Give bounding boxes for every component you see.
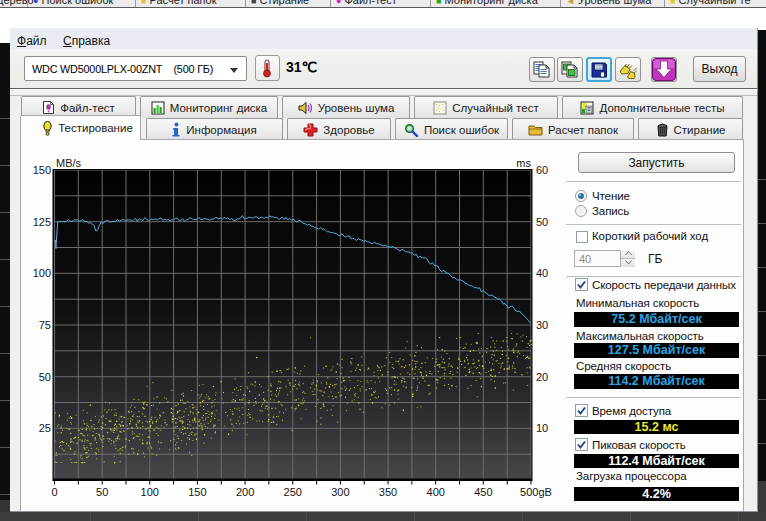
svg-text:40: 40 xyxy=(536,267,548,279)
svg-text:0: 0 xyxy=(51,486,57,498)
svg-text:100: 100 xyxy=(33,267,51,279)
svg-text:250: 250 xyxy=(284,486,302,498)
svg-text:20: 20 xyxy=(536,371,548,383)
svg-text:450: 450 xyxy=(474,486,492,498)
svg-text:75: 75 xyxy=(39,319,51,331)
svg-text:25: 25 xyxy=(39,422,51,434)
svg-text:300: 300 xyxy=(331,486,349,498)
svg-text:60: 60 xyxy=(536,164,548,176)
svg-text:MB/s: MB/s xyxy=(56,157,82,169)
svg-text:125: 125 xyxy=(33,216,51,228)
svg-text:50: 50 xyxy=(96,486,108,498)
svg-text:30: 30 xyxy=(536,319,548,331)
svg-text:ms: ms xyxy=(516,157,531,169)
svg-text:350: 350 xyxy=(379,486,397,498)
svg-text:500gB: 500gB xyxy=(520,486,552,498)
svg-text:150: 150 xyxy=(33,164,51,176)
svg-text:50: 50 xyxy=(536,216,548,228)
svg-text:50: 50 xyxy=(39,371,51,383)
svg-text:150: 150 xyxy=(188,486,206,498)
svg-text:400: 400 xyxy=(427,486,445,498)
svg-text:200: 200 xyxy=(236,486,254,498)
svg-text:100: 100 xyxy=(141,486,159,498)
svg-text:10: 10 xyxy=(536,422,548,434)
